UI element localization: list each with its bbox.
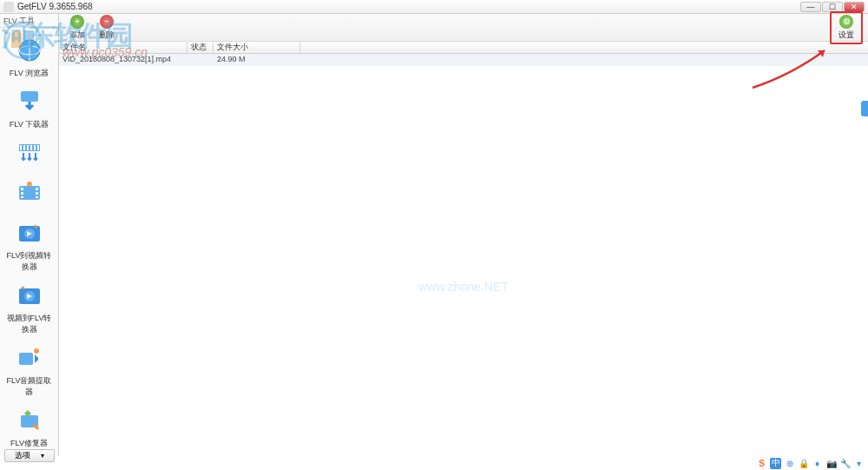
- download-icon: [16, 88, 43, 116]
- svg-point-18: [27, 182, 32, 187]
- svg-rect-10: [37, 145, 39, 150]
- tray-icon-chevron[interactable]: ▾: [853, 458, 865, 469]
- sidebar-item-label: FLV修复器: [10, 438, 48, 449]
- svg-rect-7: [27, 145, 29, 150]
- table-row[interactable]: VID_20180808_130732[1].mp4 24.90 M: [59, 54, 868, 66]
- watermark-center: www.zhone.NET: [418, 280, 508, 294]
- browser-icon: [16, 36, 43, 64]
- svg-rect-14: [21, 196, 23, 198]
- tray-icon-diamond[interactable]: ♦: [812, 458, 823, 469]
- titlebar: GetFLV 9.3655.968 — ☐ ✕: [0, 0, 868, 14]
- content-area: + 添加 − 删除 ⚙ 设置 文件名 状态 文件大小 VID_20180: [59, 14, 868, 456]
- maximize-button[interactable]: ☐: [822, 2, 843, 12]
- sidebar-item-label: FLV到视频转换器: [3, 250, 56, 273]
- gear-icon: ⚙: [839, 15, 853, 29]
- sidebar-header: FLV 工具: [0, 16, 58, 28]
- close-button[interactable]: ✕: [844, 2, 865, 12]
- delete-button[interactable]: − 删除: [94, 13, 120, 43]
- tray-icon-camera[interactable]: 📷: [825, 458, 837, 469]
- sidebar-item-label: FLV 浏览器: [10, 68, 49, 79]
- tray-icon-wrench[interactable]: 🔧: [839, 458, 851, 469]
- tray-icon-globe[interactable]: ⊕: [784, 458, 795, 469]
- main-layout: FLV 工具 FLV 浏览器 FLV 下载器: [0, 14, 868, 456]
- svg-rect-17: [36, 196, 38, 198]
- sidebar-item-downloader[interactable]: FLV 下载器: [3, 88, 56, 130]
- svg-rect-3: [21, 91, 38, 102]
- svg-rect-4: [19, 144, 40, 151]
- sidebar-item-browser[interactable]: FLV 浏览器: [3, 36, 56, 79]
- sidebar-item-label: FLV 下载器: [10, 119, 49, 130]
- cell-filename: VID_20180808_130732[1].mp4: [59, 54, 187, 66]
- cell-status: [187, 54, 214, 66]
- minus-icon: −: [100, 15, 114, 29]
- svg-rect-13: [21, 192, 23, 195]
- svg-rect-8: [30, 145, 32, 150]
- tray-icon-ime[interactable]: 中: [770, 458, 781, 469]
- toolbar: + 添加 − 删除 ⚙ 设置: [59, 14, 868, 42]
- settings-button[interactable]: ⚙ 设置: [830, 11, 863, 44]
- svg-rect-6: [23, 145, 25, 150]
- sidebar-item-label: 视频到FLV转换器: [3, 313, 56, 335]
- sidebar-item-label: FLV音频提取器: [3, 375, 56, 398]
- splitter-icon: [16, 139, 43, 167]
- table-header: 文件名 状态 文件大小: [59, 42, 868, 54]
- options-button[interactable]: 选项: [4, 449, 55, 462]
- column-size[interactable]: 文件大小: [214, 42, 300, 53]
- sidebar-item-audio-extract[interactable]: FLV音频提取器: [3, 344, 56, 398]
- window-title: GetFLV 9.3655.968: [17, 2, 800, 11]
- sidebar: FLV 工具 FLV 浏览器 FLV 下载器: [0, 14, 59, 456]
- column-status[interactable]: 状态: [187, 42, 214, 53]
- minimize-button[interactable]: —: [800, 2, 821, 12]
- svg-point-24: [34, 348, 39, 354]
- converter2-icon: [16, 281, 43, 309]
- window-controls: — ☐ ✕: [800, 2, 865, 12]
- svg-rect-15: [36, 188, 38, 190]
- svg-rect-5: [20, 145, 22, 150]
- cell-size: 24.90 M: [214, 54, 300, 66]
- column-filename[interactable]: 文件名: [59, 42, 187, 53]
- sidebar-item-flv-to-video[interactable]: FLV到视频转换器: [3, 219, 56, 273]
- tray-icon-s[interactable]: S: [756, 458, 767, 469]
- tray-icon-lock[interactable]: 🔒: [798, 458, 809, 469]
- add-button[interactable]: + 添加: [64, 13, 90, 43]
- repair-icon: [16, 407, 43, 434]
- svg-rect-9: [34, 145, 36, 150]
- table-body: VID_20180808_130732[1].mp4 24.90 M www.z…: [59, 54, 868, 456]
- svg-rect-23: [19, 353, 33, 365]
- app-icon: [3, 2, 14, 12]
- sidebar-item-video-to-flv[interactable]: 视频到FLV转换器: [3, 281, 56, 335]
- svg-rect-12: [21, 188, 23, 190]
- plus-icon: +: [70, 15, 84, 29]
- audio-icon: [16, 344, 43, 372]
- sidebar-item-repair[interactable]: FLV修复器: [3, 407, 56, 449]
- svg-rect-16: [36, 192, 38, 195]
- right-side-tab[interactable]: [861, 101, 868, 116]
- sidebar-item-splitter[interactable]: [3, 139, 56, 170]
- converter-icon: [16, 219, 43, 247]
- sidebar-item-film[interactable]: [3, 179, 56, 210]
- film-icon: [16, 179, 43, 207]
- system-tray: S 中 ⊕ 🔒 ♦ 📷 🔧 ▾: [756, 456, 865, 470]
